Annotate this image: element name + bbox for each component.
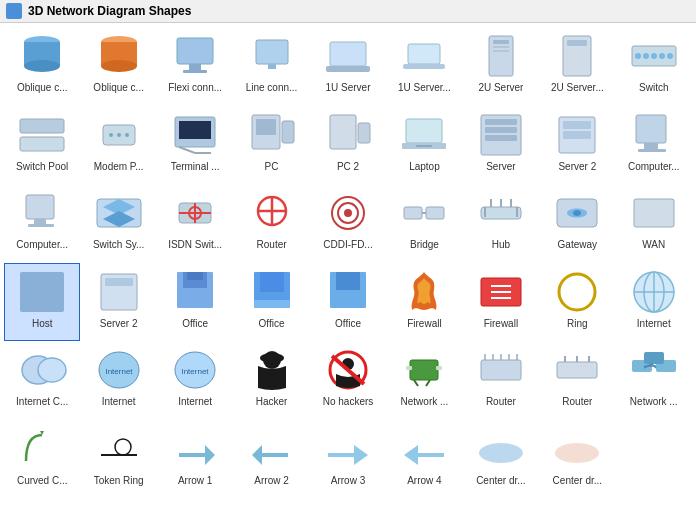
shape-label-1u-server2: 1U Server... — [398, 82, 451, 94]
shape-item-1u-server[interactable]: 1U Server — [310, 27, 386, 106]
shape-item-pc2[interactable]: PC 2 — [310, 106, 386, 185]
shape-icon-server2b — [93, 268, 145, 316]
svg-marker-127 — [252, 445, 288, 465]
shape-item-office3[interactable]: Office — [310, 263, 386, 342]
shape-icon-internet2: Internet — [93, 346, 145, 394]
shape-icon-office3 — [322, 268, 374, 316]
shape-item-isdn-sw[interactable]: ISDN Swit... — [157, 184, 233, 263]
shape-label-center-dr2: Center dr... — [553, 475, 602, 487]
svg-rect-16 — [493, 40, 509, 44]
svg-rect-44 — [416, 145, 432, 147]
svg-point-93 — [38, 358, 66, 382]
title-bar: 3D Network Diagram Shapes — [0, 0, 696, 23]
shape-item-wan[interactable]: WAN — [616, 184, 692, 263]
shape-label-no-hackers: No hackers — [323, 396, 374, 408]
shape-item-terminal[interactable]: Terminal ... — [157, 106, 233, 185]
shape-item-internet[interactable]: Internet — [616, 263, 692, 342]
shape-icon-center-dr1 — [475, 425, 527, 473]
shape-item-internet-c[interactable]: Internet C... — [4, 341, 80, 420]
shape-label-oblique-c1: Oblique c... — [17, 82, 68, 94]
shape-item-router2[interactable]: Router — [463, 341, 539, 420]
shape-icon-no-hackers — [322, 346, 374, 394]
shape-icon-oblique-c1 — [16, 32, 68, 80]
shape-icon-laptop — [398, 111, 450, 159]
shape-label-bridge: Bridge — [410, 239, 439, 251]
shape-item-internet3[interactable]: InternetInternet — [157, 341, 233, 420]
shape-label-network-m: Network ... — [401, 396, 449, 408]
shape-item-router[interactable]: Router — [233, 184, 309, 263]
shape-item-computer[interactable]: Computer... — [616, 106, 692, 185]
svg-rect-83 — [254, 300, 290, 308]
shape-item-pc[interactable]: PC — [233, 106, 309, 185]
shape-item-bridge[interactable]: Bridge — [386, 184, 462, 263]
shape-item-network-m[interactable]: Network ... — [386, 341, 462, 420]
shape-item-arrow4[interactable]: Arrow 4 — [386, 420, 462, 499]
shape-item-internet2[interactable]: InternetInternet — [80, 341, 156, 420]
shape-item-computer2[interactable]: Computer... — [4, 184, 80, 263]
shape-icon-network2 — [628, 346, 680, 394]
shape-icon-switch-pool — [16, 111, 68, 159]
shape-icon-curved-c — [16, 425, 68, 473]
shape-item-hub[interactable]: Hub — [463, 184, 539, 263]
shape-icon-arrow2 — [246, 425, 298, 473]
svg-rect-50 — [563, 121, 591, 129]
shape-item-cddi-fd[interactable]: CDDI-FD... — [310, 184, 386, 263]
shape-label-arrow4: Arrow 4 — [407, 475, 441, 487]
shape-item-network2[interactable]: Network ... — [616, 341, 692, 420]
shape-item-switch-pool[interactable]: Switch Pool — [4, 106, 80, 185]
shape-item-2u-server2[interactable]: 2U Server... — [539, 27, 615, 106]
shape-icon-arrow3 — [322, 425, 374, 473]
shape-item-hacker[interactable]: Hacker — [233, 341, 309, 420]
shape-item-modem-p[interactable]: Modem P... — [80, 106, 156, 185]
shape-item-host[interactable]: Host — [4, 263, 80, 342]
shape-item-router3[interactable]: Router — [539, 341, 615, 420]
shape-label-1u-server: 1U Server — [325, 82, 370, 94]
shape-icon-oblique-c2 — [93, 32, 145, 80]
shape-item-laptop[interactable]: Laptop — [386, 106, 462, 185]
shape-icon-office1 — [169, 268, 221, 316]
shape-icon-switch-sy — [93, 189, 145, 237]
svg-rect-82 — [260, 272, 284, 292]
shape-label-hub: Hub — [492, 239, 510, 251]
svg-point-130 — [479, 443, 523, 463]
shape-item-flexi-conn[interactable]: Flexi conn... — [157, 27, 233, 106]
shape-item-arrow1[interactable]: Arrow 1 — [157, 420, 233, 499]
shape-label-network2: Network ... — [630, 396, 678, 408]
shape-item-firewall2[interactable]: Firewall — [463, 263, 539, 342]
shape-label-server: Server — [486, 161, 515, 173]
svg-line-35 — [179, 147, 195, 153]
shape-label-curved-c: Curved C... — [17, 475, 68, 487]
shape-item-firewall1[interactable]: Firewall — [386, 263, 462, 342]
shape-item-gateway[interactable]: Gateway — [539, 184, 615, 263]
shape-label-isdn-sw: ISDN Swit... — [168, 239, 222, 251]
shape-item-oblique-c1[interactable]: Oblique c... — [4, 27, 80, 106]
shape-item-oblique-c2[interactable]: Oblique c... — [80, 27, 156, 106]
svg-rect-53 — [644, 143, 658, 149]
shape-icon-hub — [475, 189, 527, 237]
shape-item-center-dr1[interactable]: Center dr... — [463, 420, 539, 499]
shape-item-server2[interactable]: Server 2 — [539, 106, 615, 185]
shape-item-server[interactable]: Server — [463, 106, 539, 185]
shape-label-arrow3: Arrow 3 — [331, 475, 365, 487]
shape-item-ring[interactable]: Ring — [539, 263, 615, 342]
shape-item-switch-sy[interactable]: Switch Sy... — [80, 184, 156, 263]
shape-item-token-ring[interactable]: Token Ring — [80, 420, 156, 499]
shape-item-arrow2[interactable]: Arrow 2 — [233, 420, 309, 499]
shape-item-office2[interactable]: Office — [233, 263, 309, 342]
svg-rect-72 — [481, 207, 521, 219]
shape-item-curved-c[interactable]: Curved C... — [4, 420, 80, 499]
svg-rect-46 — [485, 119, 517, 125]
shape-item-arrow3[interactable]: Arrow 3 — [310, 420, 386, 499]
shape-item-center-dr2[interactable]: Center dr... — [539, 420, 615, 499]
shape-item-line-conn[interactable]: Line conn... — [233, 27, 309, 106]
shape-icon-internet — [628, 268, 680, 316]
shape-item-1u-server2[interactable]: 1U Server... — [386, 27, 462, 106]
shape-item-switch[interactable]: Switch — [616, 27, 692, 106]
shape-item-2u-server[interactable]: 2U Server — [463, 27, 539, 106]
shape-item-server2b[interactable]: Server 2 — [80, 263, 156, 342]
svg-rect-17 — [493, 46, 509, 48]
shape-label-ring: Ring — [567, 318, 588, 330]
shape-item-no-hackers[interactable]: No hackers — [310, 341, 386, 420]
shape-label-laptop: Laptop — [409, 161, 440, 173]
shape-item-office1[interactable]: Office — [157, 263, 233, 342]
